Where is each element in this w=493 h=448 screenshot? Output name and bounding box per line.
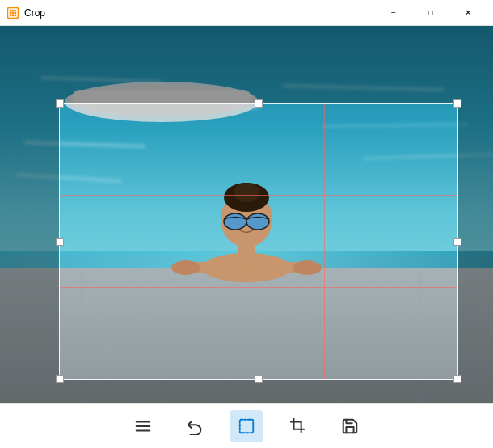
undo-button[interactable] (179, 410, 211, 442)
maximize-button[interactable]: □ (412, 0, 449, 26)
svg-point-25 (224, 213, 247, 230)
minimize-button[interactable]: − (375, 0, 412, 26)
overlay-bottom (0, 380, 493, 403)
select-icon (238, 417, 255, 435)
select-button[interactable] (230, 410, 263, 442)
app-icon (6, 6, 19, 19)
title-controls: − □ ✕ (375, 0, 487, 26)
overlay-left (0, 103, 59, 380)
svg-rect-42 (240, 419, 254, 433)
menu-icon (134, 417, 152, 435)
crop-icon (289, 417, 307, 435)
svg-point-26 (247, 213, 269, 230)
svg-point-24 (234, 183, 259, 202)
close-button[interactable]: ✕ (449, 0, 487, 26)
menu-button[interactable] (127, 410, 159, 442)
svg-point-28 (171, 260, 200, 275)
svg-point-29 (293, 260, 322, 275)
toolbar (0, 403, 493, 448)
save-button[interactable] (334, 410, 366, 442)
overlay-right (458, 103, 493, 380)
crop-button[interactable] (282, 410, 314, 442)
title-bar: Crop − □ ✕ (0, 0, 493, 26)
app-title: Crop (24, 7, 45, 19)
canvas-area (0, 26, 493, 403)
title-left: Crop (6, 6, 45, 19)
save-icon (341, 417, 359, 435)
overlay-top (0, 26, 493, 103)
undo-icon (186, 417, 204, 435)
